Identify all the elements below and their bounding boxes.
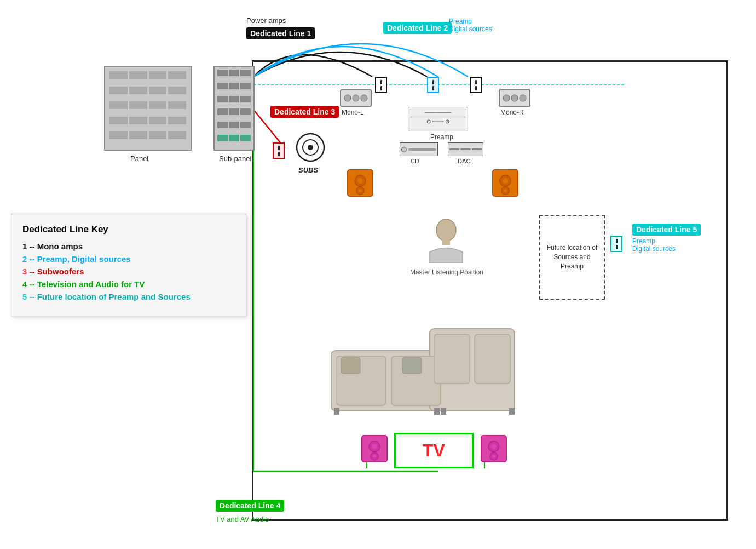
panel-label: Panel <box>130 155 148 163</box>
svg-point-15 <box>511 95 518 101</box>
dac-label: DAC <box>458 158 470 164</box>
legend-title: Dedicated Line Key <box>22 224 235 235</box>
outlet-black-2 <box>375 77 387 93</box>
svg-point-16 <box>520 95 526 101</box>
person-icon <box>424 219 468 263</box>
cd-player <box>400 142 438 156</box>
svg-rect-35 <box>341 357 360 374</box>
legend-item-2: 2 -- Preamp, Digital sources <box>22 254 235 264</box>
preamp-digital-sources-line5-label: PreampDigital sources <box>632 237 676 253</box>
svg-point-10 <box>344 95 351 101</box>
outlet-black-4 <box>470 77 482 93</box>
dedicated-line-4-label: Dedicated Line 4 <box>216 500 284 512</box>
svg-point-27 <box>436 219 456 241</box>
sub-panel-label: Sub-panel <box>219 155 251 163</box>
svg-rect-34 <box>475 334 510 384</box>
cd-label: CD <box>411 158 419 164</box>
svg-rect-40 <box>509 408 515 415</box>
preamp-label-below: Preamp <box>430 133 453 141</box>
sub-panel <box>213 66 255 151</box>
subs-icon <box>296 133 326 165</box>
dedicated-line-3-label: Dedicated Line 3 <box>270 106 339 118</box>
future-location-box: Future location of Sources and Preamp <box>539 215 605 300</box>
sofa <box>331 318 517 416</box>
mono-l-label: Mono-L <box>342 108 364 116</box>
power-amps-label: Power amps <box>246 16 286 25</box>
speaker-right <box>492 169 519 197</box>
svg-point-43 <box>372 444 377 449</box>
dac-equipment <box>448 142 483 156</box>
svg-point-19 <box>357 178 363 184</box>
svg-rect-36 <box>402 357 422 374</box>
tv-speaker-left <box>361 434 388 463</box>
mono-r-icon <box>498 89 531 108</box>
svg-point-45 <box>373 455 376 458</box>
svg-point-21 <box>359 189 362 192</box>
dedicated-line-5-label: Dedicated Line 5 <box>632 224 701 236</box>
subs-label: SUBS <box>298 166 318 174</box>
legend-item-1: 1 -- Mono amps <box>22 242 235 251</box>
svg-point-11 <box>353 95 359 101</box>
svg-point-26 <box>504 189 507 192</box>
svg-rect-37 <box>334 408 339 415</box>
master-listening-position-label: Master Listening Position <box>397 268 496 276</box>
svg-rect-39 <box>434 408 440 415</box>
main-panel <box>104 66 192 151</box>
svg-point-12 <box>361 95 367 101</box>
svg-point-50 <box>492 455 495 458</box>
svg-point-14 <box>503 95 510 101</box>
tv-label: TV <box>423 441 445 461</box>
mono-l-icon <box>339 89 372 108</box>
tv-speaker-right <box>480 434 507 463</box>
preamp-digital-sources-top-label: PreampDigital sources <box>449 18 492 33</box>
legend-box: Dedicated Line Key 1 -- Mono amps 2 -- P… <box>11 214 246 316</box>
svg-point-24 <box>503 178 508 184</box>
dedicated-line-1-label: Dedicated Line 1 <box>246 27 315 39</box>
outlet-cyan-2 <box>610 236 622 252</box>
svg-rect-28 <box>442 239 450 245</box>
preamp-equipment: ─────── ⊙ ═══ ⊙ <box>408 107 468 131</box>
sofa-icon <box>331 318 517 416</box>
outlet-red-2 <box>273 142 285 159</box>
speaker-left <box>347 169 374 197</box>
legend-item-3: 3 -- Subwoofers <box>22 267 235 276</box>
tv-av-audio-label: TV and AV Audio <box>216 515 269 523</box>
legend-item-5: 5 -- Future location of Preamp and Sourc… <box>22 292 235 301</box>
svg-point-48 <box>491 444 497 449</box>
outlet-blue-2 <box>427 77 439 93</box>
tv-display: TV <box>394 433 474 468</box>
svg-point-8 <box>308 145 313 150</box>
svg-rect-33 <box>434 334 470 384</box>
mono-r-label: Mono-R <box>500 108 524 116</box>
svg-rect-38 <box>441 408 446 415</box>
dedicated-line-2-label: Dedicated Line 2 <box>383 22 452 34</box>
legend-item-4: 4 -- Television and Audio for TV <box>22 279 235 289</box>
diagram-area: Power amps Dedicated Line 1 Dedicated Li… <box>0 0 756 549</box>
